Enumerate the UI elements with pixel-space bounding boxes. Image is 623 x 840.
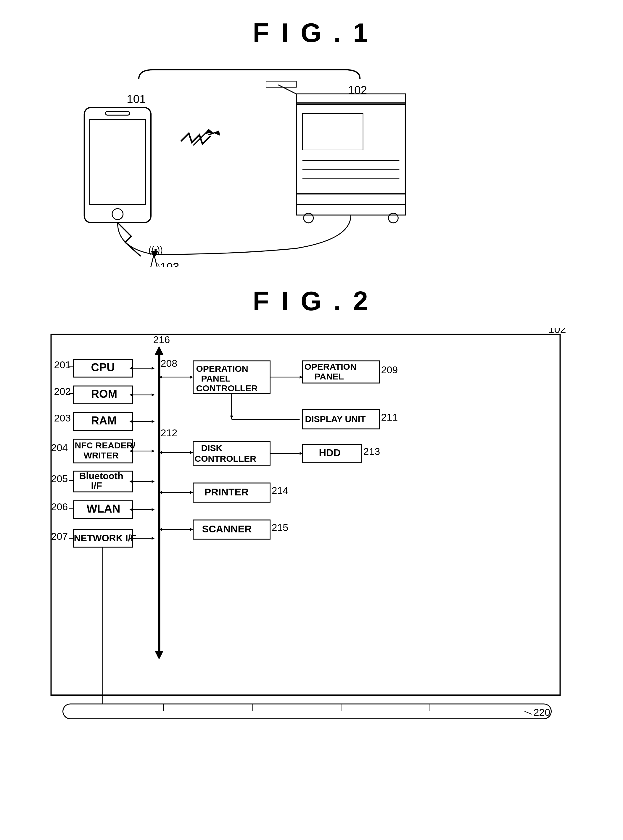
svg-text:PRINTER: PRINTER (204, 486, 249, 497)
svg-text:PANEL: PANEL (315, 372, 344, 381)
svg-text:((•)): ((•)) (149, 245, 163, 255)
svg-text:SCANNER: SCANNER (202, 523, 252, 534)
svg-rect-0 (84, 108, 151, 223)
svg-line-132 (525, 711, 532, 714)
svg-text:205: 205 (51, 473, 68, 484)
ram-label: RAM (91, 415, 117, 427)
svg-marker-54 (152, 367, 155, 370)
svg-marker-75 (155, 346, 164, 355)
svg-text:I/F: I/F (91, 480, 102, 491)
svg-marker-55 (130, 367, 133, 370)
svg-text:207: 207 (51, 531, 68, 542)
svg-text:214: 214 (272, 485, 288, 496)
svg-marker-58 (130, 393, 133, 396)
svg-text:220: 220 (534, 707, 551, 718)
svg-rect-24 (51, 334, 560, 695)
svg-text:NFC READER/: NFC READER/ (75, 441, 136, 450)
svg-rect-2 (105, 112, 130, 115)
svg-text:OPERATION: OPERATION (305, 362, 357, 372)
rom-label: ROM (91, 388, 118, 400)
svg-text:212: 212 (161, 427, 178, 438)
fig2-diagram: 102 201 CPU 202 ROM 203 RAM 204 NFC READ… (24, 328, 599, 736)
page: F I G . 1 101 102 (0, 0, 623, 840)
svg-text:DISK: DISK (201, 443, 222, 453)
svg-text:216: 216 (153, 334, 170, 345)
svg-text:211: 211 (381, 412, 398, 423)
svg-text:208: 208 (161, 358, 178, 369)
svg-marker-72 (152, 537, 155, 540)
svg-text:206: 206 (51, 501, 68, 512)
svg-text:PANEL: PANEL (201, 373, 230, 383)
fig1-section: F I G . 1 101 102 (24, 18, 599, 268)
svg-text:WLAN: WLAN (87, 502, 120, 515)
svg-text:CONTROLLER: CONTROLLER (196, 383, 258, 393)
svg-marker-18 (215, 130, 220, 135)
svg-text:201: 201 (54, 359, 71, 370)
svg-rect-9 (296, 204, 405, 215)
svg-marker-60 (152, 420, 155, 423)
svg-rect-8 (296, 194, 405, 204)
fig1-title: F I G . 1 (24, 18, 599, 48)
svg-point-3 (112, 209, 123, 220)
svg-text:DISPLAY UNIT: DISPLAY UNIT (305, 414, 366, 424)
svg-text:Bluetooth: Bluetooth (79, 471, 123, 481)
svg-marker-67 (130, 480, 133, 483)
svg-rect-126 (63, 704, 551, 719)
fig2-title: F I G . 2 (24, 286, 599, 317)
fig1-label-101: 101 (127, 93, 146, 105)
svg-marker-69 (152, 508, 155, 511)
svg-rect-1 (90, 120, 145, 205)
svg-marker-57 (152, 393, 155, 396)
svg-text:203: 203 (54, 412, 71, 424)
fig1-diagram: 101 102 (24, 60, 599, 267)
svg-marker-95 (230, 416, 233, 419)
svg-text:209: 209 (381, 364, 398, 375)
svg-marker-63 (152, 450, 155, 453)
svg-line-23 (158, 263, 159, 266)
svg-text:202: 202 (54, 386, 71, 397)
cpu-label: CPU (91, 361, 115, 373)
svg-marker-77 (155, 651, 164, 659)
svg-marker-70 (130, 508, 133, 511)
svg-rect-4 (296, 103, 405, 194)
svg-text:204: 204 (51, 442, 68, 453)
svg-text:213: 213 (364, 446, 380, 457)
svg-rect-10 (302, 113, 363, 150)
fig1-label-103: 103 (160, 260, 180, 267)
fig1-label-102: 102 (348, 84, 367, 96)
svg-marker-61 (130, 420, 133, 423)
svg-text:NETWORK I/F: NETWORK I/F (74, 533, 137, 543)
fig2-section: F I G . 2 102 201 CPU 202 ROM 203 RAM (24, 286, 599, 737)
svg-line-6 (278, 85, 296, 94)
svg-text:CONTROLLER: CONTROLLER (195, 454, 256, 464)
svg-marker-66 (152, 480, 155, 483)
svg-text:WRITER: WRITER (84, 450, 119, 460)
svg-text:215: 215 (272, 522, 288, 533)
svg-text:HDD: HDD (319, 447, 341, 458)
svg-text:OPERATION: OPERATION (196, 364, 248, 373)
